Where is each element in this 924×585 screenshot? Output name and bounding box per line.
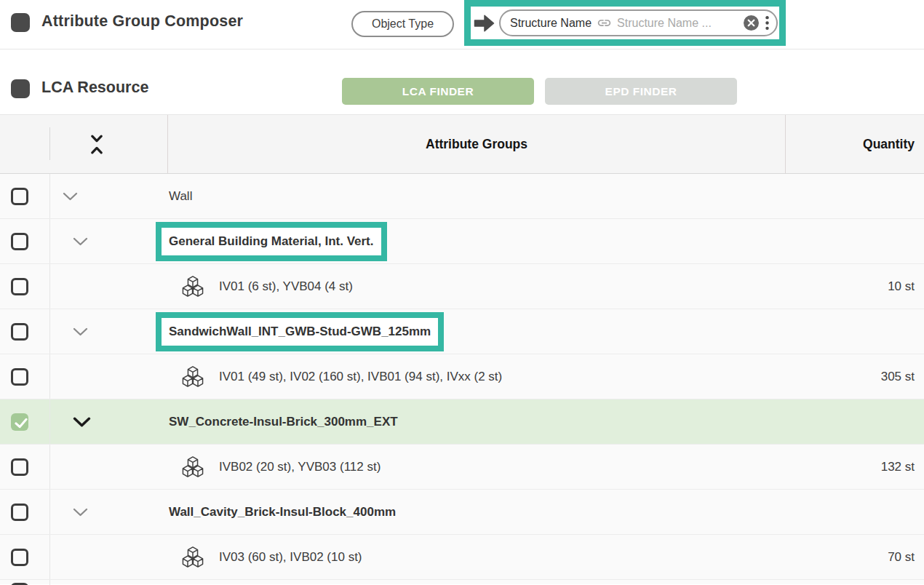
row-quantity	[785, 399, 924, 444]
chevron-down-icon[interactable]	[73, 237, 88, 246]
row-label: IV03 (60 st), IVB02 (10 st)	[219, 550, 362, 565]
app-header: Attribute Group Composer Object Type Str…	[0, 0, 924, 49]
chevron-down-icon[interactable]	[73, 417, 91, 427]
header-quantity: Quantity	[785, 115, 924, 173]
row-label: Wall_Cavity_Brick-Insul-Block_400mm	[169, 505, 396, 520]
row-quantity: 132 st	[785, 445, 924, 489]
table-row[interactable]: IV03 (60 st), IVB02 (10 st) 70 st	[0, 535, 924, 580]
table-row[interactable]: IVB02 (20 st), YVB03 (112 st) 132 st	[0, 445, 924, 490]
table-header: Attribute Groups Quantity	[0, 115, 924, 174]
row-quantity	[785, 580, 924, 585]
right-arrow-icon	[474, 14, 495, 33]
table-row[interactable]: IV01 (49 st), IV02 (160 st), IVB01 (94 s…	[0, 354, 924, 399]
link-icon	[597, 15, 612, 31]
row-label: General Building Material, Int. Vert.	[169, 234, 374, 249]
material-cubes-icon	[182, 276, 204, 297]
table-row[interactable]: SW_Concrete-Insul-Brick_300mm_EXT	[0, 399, 924, 445]
row-checkbox[interactable]	[11, 233, 28, 250]
row-checkbox[interactable]	[11, 504, 28, 521]
material-cubes-icon	[182, 366, 204, 387]
header-attribute-groups: Attribute Groups	[167, 115, 785, 173]
row-quantity	[785, 174, 924, 218]
row-label: IV01 (49 st), IV02 (160 st), IVB01 (94 s…	[219, 370, 502, 384]
material-cubes-icon	[182, 456, 204, 477]
row-quantity	[785, 219, 924, 263]
material-cubes-icon	[182, 546, 204, 568]
row-checkbox[interactable]	[11, 549, 28, 566]
table-row[interactable]: SandwichWall_INT_GWB-Stud-GWB_125mm	[0, 309, 924, 354]
collapse-all-icon[interactable]	[90, 133, 103, 156]
clear-icon[interactable]	[743, 15, 760, 31]
chevron-down-icon[interactable]	[73, 327, 88, 336]
row-label: SandwichWall_INT_GWB-Stud-GWB_125mm	[169, 325, 431, 339]
lca-square-icon	[11, 79, 30, 98]
structure-name-label: Structure Name	[510, 17, 592, 30]
object-type-button[interactable]: Object Type	[351, 11, 454, 37]
row-checkbox[interactable]	[11, 278, 28, 295]
row-checkbox[interactable]	[11, 458, 28, 476]
row-quantity	[785, 490, 924, 534]
lca-resource-title: LCA Resource	[41, 79, 148, 97]
lca-finder-button[interactable]: LCA FINDER	[342, 78, 534, 105]
table-body: Wall General Buildin	[0, 174, 924, 584]
header-expand-column	[50, 115, 167, 173]
epd-finder-button[interactable]: EPD FINDER	[545, 78, 737, 105]
table-row[interactable]: IV01 (6 st), YVB04 (4 st) 10 st	[0, 264, 924, 309]
structure-name-field[interactable]: Structure Name Structure Name ...	[499, 9, 778, 36]
app-square-icon	[11, 13, 30, 32]
row-quantity: 10 st	[785, 264, 924, 309]
structure-name-placeholder: Structure Name ...	[617, 17, 738, 30]
row-quantity	[785, 309, 924, 354]
annotation-structure-filter: Structure Name Structure Name ...	[464, 0, 786, 46]
table-row[interactable]: Wall	[0, 174, 924, 219]
row-checkbox[interactable]	[11, 188, 28, 205]
chevron-down-icon[interactable]	[73, 508, 88, 517]
header-checkbox-column	[0, 115, 50, 173]
table-row[interactable]: Wall_Cavity_Brick-Insul-Block_400mm	[0, 490, 924, 535]
row-checkbox[interactable]	[11, 413, 28, 431]
table-row[interactable]	[0, 580, 924, 584]
row-label: Wall	[169, 189, 192, 204]
table-row[interactable]: General Building Material, Int. Vert.	[0, 219, 924, 264]
lca-resource-header: LCA Resource LCA FINDER EPD FINDER	[0, 49, 924, 115]
row-label: IV01 (6 st), YVB04 (4 st)	[219, 279, 353, 294]
chevron-down-icon[interactable]	[63, 192, 78, 201]
row-quantity: 305 st	[785, 354, 924, 399]
row-checkbox[interactable]	[11, 368, 28, 386]
page-title: Attribute Group Composer	[41, 12, 243, 31]
kebab-menu-icon[interactable]	[765, 15, 770, 31]
row-label: SW_Concrete-Insul-Brick_300mm_EXT	[169, 415, 398, 429]
row-label: IVB02 (20 st), YVB03 (112 st)	[219, 460, 381, 474]
row-quantity: 70 st	[785, 535, 924, 579]
row-checkbox[interactable]	[11, 323, 28, 341]
